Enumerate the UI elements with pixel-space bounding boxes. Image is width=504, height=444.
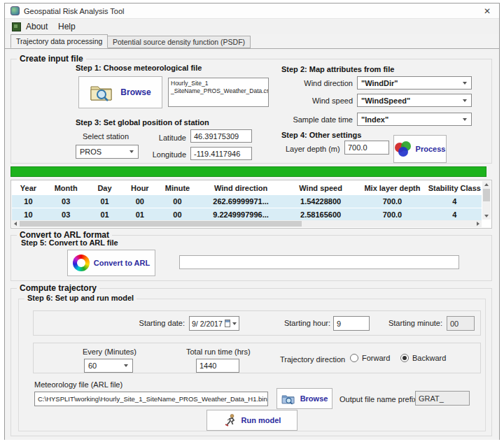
tab-trajectory-data-processing[interactable]: Trajectory data processing	[10, 34, 108, 48]
convert-progress-bar	[179, 255, 459, 269]
station-select[interactable]: PROS	[76, 145, 139, 159]
total-run-time-field[interactable]: 1440	[196, 359, 239, 373]
step6-title: Step 6: Set up and run model	[24, 294, 136, 302]
chevron-down-icon	[232, 322, 237, 325]
step1-title: Step 1: Choose meteorological file	[76, 64, 202, 72]
output-prefix-label: Output file name prefix	[340, 395, 417, 403]
scroll-left-icon[interactable]	[14, 222, 17, 226]
backward-radio-icon	[400, 354, 409, 362]
output-prefix-field[interactable]: GRAT_	[415, 391, 470, 406]
step4-title: Step 4: Other settings	[281, 131, 361, 139]
table-body: 1003010000262.69999971...1.54228800700.0…	[12, 195, 482, 222]
trajectory-direction-label: Trajectory direction	[280, 355, 345, 364]
table-cell: 00	[158, 208, 197, 221]
longitude-label: Longitude	[148, 150, 186, 159]
backward-radio[interactable]: Backward	[400, 354, 446, 362]
forward-radio-icon	[350, 354, 358, 362]
table-row[interactable]: 1003010000262.69999971...1.54228800700.0…	[12, 195, 482, 208]
convert-arl-group: Convert to ARL format Step 5: Convert to…	[10, 235, 492, 281]
table-cell: 03	[45, 208, 87, 221]
step5-title: Step 5: Convert to ARL file	[21, 238, 118, 247]
met-file-name-line2: _SiteName_PROS_Weather_Data.csv	[171, 87, 266, 95]
rgb-circles-icon	[395, 141, 413, 157]
browse-met-file-button[interactable]: Browse	[78, 76, 162, 108]
starting-hour-field[interactable]: 9	[333, 316, 370, 331]
starting-minute-label: Starting minute:	[382, 319, 442, 327]
latitude-label: Latitude	[151, 134, 186, 142]
horizontal-scrollbar[interactable]	[12, 220, 482, 227]
table-cell: 700.0	[357, 208, 428, 221]
latitude-field[interactable]: 46.39175309	[190, 129, 252, 143]
starting-date-label: Starting date:	[129, 319, 185, 327]
create-input-title: Create input file	[17, 54, 86, 64]
forward-radio-label: Forward	[362, 354, 390, 362]
starting-hour-label: Starting hour:	[279, 319, 330, 327]
scroll-up-icon[interactable]	[484, 183, 489, 186]
folder-search-icon	[90, 83, 116, 102]
starting-minute-value: 00	[450, 320, 458, 328]
horizontal-scroll-thumb[interactable]	[20, 221, 302, 227]
scroll-down-icon[interactable]	[484, 215, 489, 217]
table-cell: 2.58165600	[284, 208, 357, 221]
convert-to-arl-label: Convert to ARL	[94, 259, 150, 267]
column-header-wind-direction[interactable]: Wind direction	[197, 181, 284, 195]
starting-minute-field[interactable]: 00	[447, 316, 475, 331]
sample-date-time-select[interactable]: "Index"	[357, 113, 472, 126]
latitude-value: 46.39175309	[194, 132, 239, 141]
every-minutes-label: Every (Minutes)	[83, 348, 136, 356]
starting-date-value: 9/ 2/2017	[192, 320, 223, 328]
convert-to-arl-button[interactable]: Convert to ARL	[67, 250, 155, 276]
run-model-label: Run model	[241, 416, 281, 424]
compute-trajectory-title: Compute trajectory	[17, 283, 99, 293]
forward-radio[interactable]: Forward	[350, 354, 390, 362]
wind-direction-label: Wind direction	[269, 79, 353, 87]
browse-met-file-label: Browse	[120, 87, 150, 97]
column-header-day[interactable]: Day	[87, 181, 122, 195]
app-window: Geospatial Risk Analysis Tool ✕ About He…	[4, 3, 500, 440]
table-cell: 00	[122, 195, 158, 208]
run-model-button[interactable]: Run model	[206, 410, 298, 431]
browse-arl-file-button[interactable]: Browse	[276, 388, 332, 409]
menu-help[interactable]: Help	[55, 19, 78, 34]
wind-direction-value: "WindDir"	[361, 79, 398, 87]
process-button[interactable]: Process	[393, 135, 447, 163]
column-header-wind-speed[interactable]: Wind speed	[284, 181, 357, 195]
column-header-year[interactable]: Year	[12, 181, 45, 195]
column-header-minute[interactable]: Minute	[158, 181, 197, 195]
weather-data-table: YearMonthDayHourMinuteWind directionWind…	[10, 180, 492, 229]
folder-search-icon-small	[281, 393, 297, 405]
browse-arl-file-label: Browse	[300, 394, 328, 403]
table-cell: 700.0	[357, 195, 428, 208]
app-icon	[10, 6, 20, 15]
column-header-mix-layer-depth[interactable]: Mix layer depth	[357, 181, 428, 195]
met-file-name-box[interactable]: Hourly_Site_1 _SiteName_PROS_Weather_Dat…	[168, 78, 269, 107]
longitude-field[interactable]: -119.4117946	[190, 147, 252, 160]
tab-strip: Trajectory data processing Potential sou…	[5, 34, 499, 48]
vertical-scrollbar[interactable]	[482, 181, 491, 220]
runner-icon	[223, 413, 237, 427]
every-minutes-select[interactable]: 60	[84, 359, 133, 373]
wind-speed-select[interactable]: "WindSpeed"	[357, 94, 472, 107]
station-value: PROS	[80, 148, 102, 156]
column-header-stability-class[interactable]: Stability Class	[428, 181, 482, 195]
close-icon[interactable]: ✕	[475, 3, 499, 19]
met-file-name-line1: Hourly_Site_1	[171, 80, 266, 87]
compute-trajectory-group: Compute trajectory Step 6: Set up and ru…	[10, 288, 492, 436]
arl-file-path-field[interactable]: C:\HYSPLIT\working\Hourly_Site_1_SiteNam…	[34, 392, 268, 406]
table-cell: 01	[87, 195, 122, 208]
wind-direction-select[interactable]: "WindDir"	[357, 76, 472, 89]
menu-about[interactable]: About	[23, 19, 50, 34]
calendar-icon	[225, 320, 230, 327]
vertical-scroll-thumb[interactable]	[483, 189, 490, 201]
column-header-month[interactable]: Month	[45, 181, 87, 195]
starting-hour-value: 9	[337, 320, 341, 328]
scroll-right-icon[interactable]	[477, 222, 479, 226]
tab-page: Create input file Step 1: Choose meteoro…	[5, 48, 499, 440]
table-cell: 4	[428, 195, 482, 208]
table-cell: 262.69999971...	[197, 195, 284, 208]
layer-depth-field[interactable]: 700.0	[344, 141, 389, 155]
starting-date-picker[interactable]: 9/ 2/2017	[189, 316, 239, 331]
column-header-hour[interactable]: Hour	[122, 181, 158, 195]
color-ring-icon	[73, 255, 90, 271]
tab-psdf[interactable]: Potential source density function (PSDF)	[107, 36, 251, 48]
